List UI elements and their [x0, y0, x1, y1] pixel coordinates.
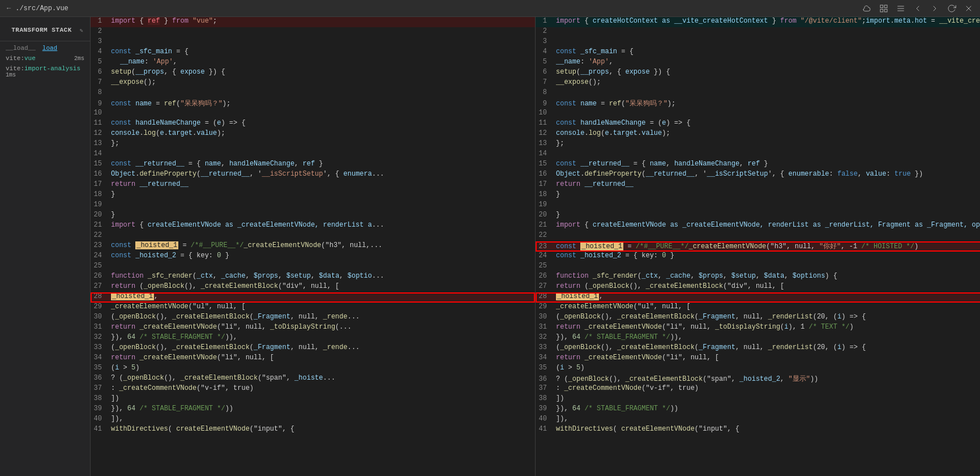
right-line-11: 11 const handleNameChange = (e) => {	[536, 119, 980, 129]
left-code-content: 1 import { ref } from "vue"; 2 3 4 const…	[91, 17, 535, 447]
left-line-12: 12 console.log(e.target.value);	[91, 129, 535, 139]
right-line-39: 39 }), 64 /* STABLE_FRAGMENT */))	[536, 405, 980, 415]
sidebar-item-load: __load__ load	[0, 44, 90, 53]
right-line-29: 29 _createElementVNode("ul", null, [	[536, 303, 980, 313]
left-line-39: 39 }), 64 /* STABLE_FRAGMENT */))	[91, 405, 535, 415]
sidebar: TRANSFORM STACK ✎ __load__ load vite:vue…	[0, 17, 91, 476]
right-line-18: 18 }	[536, 190, 980, 201]
right-line-1: 1 import { createHotContext as __vite_cr…	[536, 17, 980, 27]
sidebar-divider	[0, 41, 90, 41]
left-line-5: 5 __name: 'App',	[91, 58, 535, 68]
import-analysis-time: 1ms	[6, 72, 84, 78]
right-line-3: 3	[536, 37, 980, 48]
left-line-17: 17 return __returned__	[91, 180, 535, 190]
sidebar-item-import-analysis[interactable]: vite:import-analysis 1ms	[0, 64, 90, 79]
left-line-41: 41 withDirectives( createElementVNode("i…	[91, 425, 535, 435]
svg-rect-1	[884, 5, 887, 8]
edit-icon[interactable]: ✎	[80, 27, 83, 34]
right-line-19: 19	[536, 201, 980, 211]
right-line-21: 21 import { createElementVNode as _creat…	[536, 221, 980, 231]
left-line-33: 33 (_openBlock(), _createElementBlock(_F…	[91, 343, 535, 354]
left-line-13: 13 };	[91, 139, 535, 150]
left-line-20: 20 }	[91, 211, 535, 221]
left-code-panel[interactable]: 1 import { ref } from "vue"; 2 3 4 const…	[91, 17, 536, 476]
left-line-15: 15 const __returned__ = { name, handleNa…	[91, 160, 535, 170]
cloud-icon[interactable]	[862, 4, 871, 13]
refresh-icon[interactable]	[947, 4, 956, 13]
right-line-30: 30 (_openBlock(), _createElementBlock(_F…	[536, 313, 980, 323]
filepath: ./src/App.vue	[15, 5, 69, 12]
right-line-23: 23 const _hoisted_1 = /*#__PURE__*/_crea…	[536, 241, 980, 252]
vite-vue-time: 2ms	[74, 56, 84, 62]
right-line-35: 35 (i > 5)	[536, 364, 980, 374]
right-line-6: 6 setup(__props, { expose }) {	[536, 68, 980, 78]
right-line-22: 22	[536, 231, 980, 241]
grid-icon[interactable]	[879, 4, 888, 13]
right-code-content: 1 import { createHotContext as __vite_cr…	[536, 17, 980, 447]
left-line-9: 9 const name = ref("呆呆狗吗？");	[91, 99, 535, 109]
svg-rect-0	[880, 5, 883, 8]
load-link[interactable]: load	[42, 45, 57, 52]
right-line-34: 34 return _createElementVNode("li", null…	[536, 354, 980, 364]
left-line-23: 23 const _hoisted_1 = /*#__PURE__*/_crea…	[91, 241, 535, 252]
left-line-18: 18 }	[91, 190, 535, 201]
right-line-31: 31 return _createElementVNode("li", null…	[536, 323, 980, 333]
left-line-1: 1 import { ref } from "vue";	[91, 17, 535, 27]
svg-rect-2	[880, 9, 883, 12]
left-line-36: 36 ? (_openBlock(), _createElementBlock(…	[91, 374, 535, 384]
right-line-13: 13 };	[536, 139, 980, 150]
right-line-25: 25	[536, 262, 980, 272]
sidebar-title: TRANSFORM STACK	[7, 24, 76, 37]
left-line-3: 3	[91, 37, 535, 48]
right-line-33: 33 (_openBlock(), _createElementBlock(_F…	[536, 343, 980, 354]
left-line-19: 19	[91, 201, 535, 211]
right-line-9: 9 const name = ref("呆呆狗吗？");	[536, 99, 980, 109]
left-line-27: 27 return (_openBlock(), _createElementB…	[91, 282, 535, 292]
right-line-32: 32 }), 64 /* STABLE_FRAGMENT */)),	[536, 333, 980, 343]
left-line-31: 31 return _createElementVNode("li", null…	[91, 323, 535, 333]
right-line-36: 36 ? (_openBlock(), _createElementBlock(…	[536, 374, 980, 384]
right-line-26: 26 function _sfc_render(_ctx, _cache, $p…	[536, 272, 980, 282]
right-line-16: 16 Object.defineProperty(__returned__, '…	[536, 170, 980, 180]
right-line-41: 41 withDirectives( createElementVNode("i…	[536, 425, 980, 435]
topbar-right	[862, 4, 973, 13]
left-line-29: 29 _createElementVNode("ul", null, [	[91, 303, 535, 313]
right-line-8: 8	[536, 88, 980, 99]
right-line-38: 38 ])	[536, 394, 980, 405]
right-code-panel[interactable]: 1 import { createHotContext as __vite_cr…	[536, 17, 980, 476]
back-button[interactable]: ←	[7, 5, 11, 12]
right-line-40: 40 ]),	[536, 415, 980, 425]
left-line-8: 8	[91, 88, 535, 99]
right-line-20: 20 }	[536, 211, 980, 221]
left-line-40: 40 ]),	[91, 415, 535, 425]
left-line-6: 6 setup(__props, { expose }) {	[91, 68, 535, 78]
svg-rect-3	[884, 9, 887, 12]
main-layout: TRANSFORM STACK ✎ __load__ load vite:vue…	[0, 17, 980, 476]
right-line-37: 37 : _createCommentVNode("v-if", true)	[536, 384, 980, 394]
right-line-2: 2	[536, 27, 980, 37]
left-line-34: 34 return _createElementVNode("li", null…	[91, 354, 535, 364]
topbar-left: ← ./src/App.vue	[7, 5, 69, 12]
collapse-icon[interactable]	[913, 4, 922, 13]
right-line-10: 10	[536, 109, 980, 119]
expand-icon[interactable]	[930, 4, 939, 13]
left-line-38: 38 ])	[91, 394, 535, 405]
lines-icon[interactable]	[896, 4, 905, 13]
left-line-37: 37 : _createCommentVNode("v-if", true)	[91, 384, 535, 394]
right-line-12: 12 console.log(e.target.value);	[536, 129, 980, 139]
left-line-22: 22	[91, 231, 535, 241]
right-line-5: 5 __name: 'App',	[536, 58, 980, 68]
vite-vue-name: vite:vue	[6, 55, 36, 62]
left-line-25: 25	[91, 262, 535, 272]
sidebar-item-vite-vue[interactable]: vite:vue 2ms	[0, 53, 90, 64]
left-line-14: 14	[91, 150, 535, 160]
right-line-14: 14	[536, 150, 980, 160]
left-line-10: 10	[91, 109, 535, 119]
right-line-28: 28 _hoisted_1,	[536, 292, 980, 303]
close-icon[interactable]	[964, 4, 973, 13]
left-line-26: 26 function _sfc_render(_ctx, _cache, $p…	[91, 272, 535, 282]
left-line-7: 7 __expose();	[91, 78, 535, 88]
left-line-32: 32 }), 64 /* STABLE_FRAGMENT */)),	[91, 333, 535, 343]
left-line-2: 2	[91, 27, 535, 37]
right-line-7: 7 __expose();	[536, 78, 980, 88]
